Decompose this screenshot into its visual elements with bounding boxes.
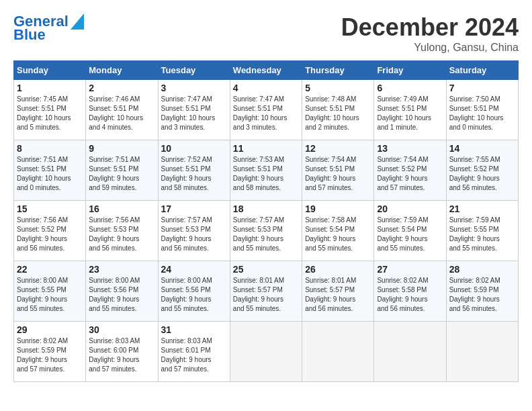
day-header-saturday: Saturday (446, 61, 518, 80)
cell-info: Sunrise: 7:59 AMSunset: 5:54 PMDaylight:… (377, 216, 443, 253)
cell-info: Sunrise: 8:03 AMSunset: 6:01 PMDaylight:… (161, 336, 227, 374)
day-number: 28 (449, 264, 515, 275)
calendar-cell: 31Sunrise: 8:03 AMSunset: 6:01 PMDayligh… (158, 322, 230, 382)
month-title: December 2024 (341, 13, 519, 42)
day-number: 15 (17, 203, 83, 214)
logo: General Blue (13, 13, 84, 43)
day-header-tuesday: Tuesday (158, 61, 230, 80)
cell-info: Sunrise: 7:47 AMSunset: 5:51 PMDaylight:… (161, 95, 227, 132)
cell-info: Sunrise: 8:00 AMSunset: 5:56 PMDaylight:… (89, 276, 154, 314)
calendar-cell: 8Sunrise: 7:51 AMSunset: 5:51 PMDaylight… (14, 140, 86, 201)
calendar-cell: 23Sunrise: 8:00 AMSunset: 5:56 PMDayligh… (86, 261, 158, 322)
calendar-cell: 13Sunrise: 7:54 AMSunset: 5:52 PMDayligh… (374, 140, 446, 201)
day-number: 3 (161, 83, 227, 93)
cell-info: Sunrise: 7:56 AMSunset: 5:52 PMDaylight:… (17, 216, 83, 253)
calendar-cell: 6Sunrise: 7:49 AMSunset: 5:51 PMDaylight… (374, 80, 446, 140)
day-number: 26 (305, 264, 371, 275)
title-block: December 2024 Yulong, Gansu, China (341, 13, 519, 54)
cell-info: Sunrise: 7:49 AMSunset: 5:51 PMDaylight:… (377, 95, 443, 132)
cell-info: Sunrise: 7:57 AMSunset: 5:53 PMDaylight:… (161, 216, 227, 253)
calendar-cell: 3Sunrise: 7:47 AMSunset: 5:51 PMDaylight… (158, 80, 230, 140)
day-header-monday: Monday (86, 61, 158, 80)
day-number: 8 (17, 143, 83, 154)
day-number: 18 (233, 203, 299, 214)
cell-info: Sunrise: 7:47 AMSunset: 5:51 PMDaylight:… (233, 95, 299, 132)
calendar-cell (302, 322, 374, 382)
calendar-table: SundayMondayTuesdayWednesdayThursdayFrid… (13, 60, 519, 382)
cell-info: Sunrise: 7:57 AMSunset: 5:53 PMDaylight:… (233, 216, 299, 253)
calendar-cell: 20Sunrise: 7:59 AMSunset: 5:54 PMDayligh… (374, 201, 446, 261)
day-header-friday: Friday (374, 61, 446, 80)
cell-info: Sunrise: 7:58 AMSunset: 5:54 PMDaylight:… (305, 216, 371, 253)
cell-info: Sunrise: 7:54 AMSunset: 5:52 PMDaylight:… (377, 155, 443, 193)
cell-info: Sunrise: 7:53 AMSunset: 5:51 PMDaylight:… (233, 155, 299, 193)
calendar-cell: 10Sunrise: 7:52 AMSunset: 5:51 PMDayligh… (158, 140, 230, 201)
day-number: 24 (161, 264, 227, 275)
day-number: 5 (305, 83, 371, 93)
calendar-body: 1Sunrise: 7:45 AMSunset: 5:51 PMDaylight… (14, 80, 519, 382)
day-number: 23 (89, 264, 154, 275)
day-header-sunday: Sunday (14, 61, 86, 80)
calendar-cell (374, 322, 446, 382)
day-number: 25 (233, 264, 299, 275)
calendar-cell: 14Sunrise: 7:55 AMSunset: 5:52 PMDayligh… (446, 140, 518, 201)
calendar-cell (446, 322, 518, 382)
day-number: 30 (89, 324, 154, 335)
cell-info: Sunrise: 7:59 AMSunset: 5:55 PMDaylight:… (449, 216, 515, 253)
page-header: General Blue December 2024 Yulong, Gansu… (13, 13, 519, 54)
cell-info: Sunrise: 8:00 AMSunset: 5:55 PMDaylight:… (17, 276, 83, 314)
cell-info: Sunrise: 7:46 AMSunset: 5:51 PMDaylight:… (89, 95, 154, 132)
calendar-week-row: 29Sunrise: 8:02 AMSunset: 5:59 PMDayligh… (14, 322, 519, 382)
header-row: SundayMondayTuesdayWednesdayThursdayFrid… (14, 61, 519, 80)
calendar-cell: 2Sunrise: 7:46 AMSunset: 5:51 PMDaylight… (86, 80, 158, 140)
logo-icon (71, 13, 84, 30)
day-number: 10 (161, 143, 227, 154)
cell-info: Sunrise: 7:52 AMSunset: 5:51 PMDaylight:… (161, 155, 227, 193)
calendar-cell (230, 322, 302, 382)
calendar-week-row: 1Sunrise: 7:45 AMSunset: 5:51 PMDaylight… (14, 80, 519, 140)
cell-info: Sunrise: 7:55 AMSunset: 5:52 PMDaylight:… (449, 155, 515, 193)
day-number: 20 (377, 203, 443, 214)
calendar-cell: 18Sunrise: 7:57 AMSunset: 5:53 PMDayligh… (230, 201, 302, 261)
logo-blue-text: Blue (13, 27, 46, 43)
day-number: 16 (89, 203, 154, 214)
cell-info: Sunrise: 8:01 AMSunset: 5:57 PMDaylight:… (233, 276, 299, 314)
calendar-cell: 1Sunrise: 7:45 AMSunset: 5:51 PMDaylight… (14, 80, 86, 140)
calendar-cell: 28Sunrise: 8:02 AMSunset: 5:59 PMDayligh… (446, 261, 518, 322)
calendar-week-row: 8Sunrise: 7:51 AMSunset: 5:51 PMDaylight… (14, 140, 519, 201)
day-number: 21 (449, 203, 515, 214)
day-header-wednesday: Wednesday (230, 61, 302, 80)
day-number: 17 (161, 203, 227, 214)
calendar-cell: 4Sunrise: 7:47 AMSunset: 5:51 PMDaylight… (230, 80, 302, 140)
calendar-cell: 17Sunrise: 7:57 AMSunset: 5:53 PMDayligh… (158, 201, 230, 261)
day-number: 13 (377, 143, 443, 154)
calendar-cell: 27Sunrise: 8:02 AMSunset: 5:58 PMDayligh… (374, 261, 446, 322)
calendar-cell: 11Sunrise: 7:53 AMSunset: 5:51 PMDayligh… (230, 140, 302, 201)
day-number: 4 (233, 83, 299, 93)
day-number: 31 (161, 324, 227, 335)
cell-info: Sunrise: 8:02 AMSunset: 5:59 PMDaylight:… (449, 276, 515, 314)
cell-info: Sunrise: 7:54 AMSunset: 5:51 PMDaylight:… (305, 155, 371, 193)
cell-info: Sunrise: 8:00 AMSunset: 5:56 PMDaylight:… (161, 276, 227, 314)
calendar-cell: 22Sunrise: 8:00 AMSunset: 5:55 PMDayligh… (14, 261, 86, 322)
location-subtitle: Yulong, Gansu, China (341, 42, 519, 54)
cell-info: Sunrise: 7:45 AMSunset: 5:51 PMDaylight:… (17, 95, 83, 132)
calendar-week-row: 22Sunrise: 8:00 AMSunset: 5:55 PMDayligh… (14, 261, 519, 322)
cell-info: Sunrise: 7:51 AMSunset: 5:51 PMDaylight:… (89, 155, 154, 193)
day-number: 22 (17, 264, 83, 275)
cell-info: Sunrise: 7:56 AMSunset: 5:53 PMDaylight:… (89, 216, 154, 253)
cell-info: Sunrise: 8:03 AMSunset: 6:00 PMDaylight:… (89, 336, 154, 374)
day-number: 12 (305, 143, 371, 154)
day-number: 29 (17, 324, 83, 335)
calendar-cell: 30Sunrise: 8:03 AMSunset: 6:00 PMDayligh… (86, 322, 158, 382)
day-number: 11 (233, 143, 299, 154)
cell-info: Sunrise: 8:02 AMSunset: 5:59 PMDaylight:… (17, 336, 83, 374)
calendar-cell: 9Sunrise: 7:51 AMSunset: 5:51 PMDaylight… (86, 140, 158, 201)
cell-info: Sunrise: 8:02 AMSunset: 5:58 PMDaylight:… (377, 276, 443, 314)
calendar-cell: 19Sunrise: 7:58 AMSunset: 5:54 PMDayligh… (302, 201, 374, 261)
svg-marker-0 (71, 13, 84, 30)
day-number: 14 (449, 143, 515, 154)
calendar-cell: 5Sunrise: 7:48 AMSunset: 5:51 PMDaylight… (302, 80, 374, 140)
day-number: 9 (89, 143, 154, 154)
calendar-cell: 21Sunrise: 7:59 AMSunset: 5:55 PMDayligh… (446, 201, 518, 261)
